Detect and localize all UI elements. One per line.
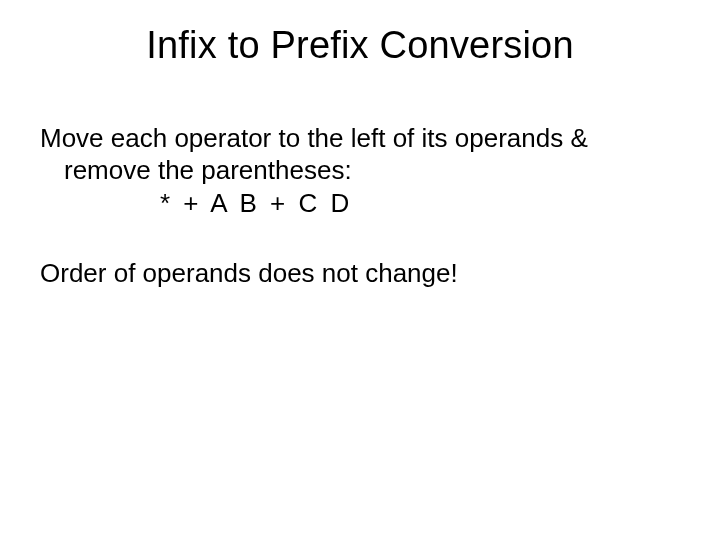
slide-title: Infix to Prefix Conversion [40,24,680,67]
instruction-line-2: remove the parentheses: [40,155,680,187]
slide-container: Infix to Prefix Conversion Move each ope… [0,0,720,540]
note-text: Order of operands does not change! [40,258,680,290]
prefix-expression: * + A B + C D [40,188,680,220]
slide-body: Move each operator to the left of its op… [40,123,680,290]
instruction-line-1: Move each operator to the left of its op… [40,123,680,155]
